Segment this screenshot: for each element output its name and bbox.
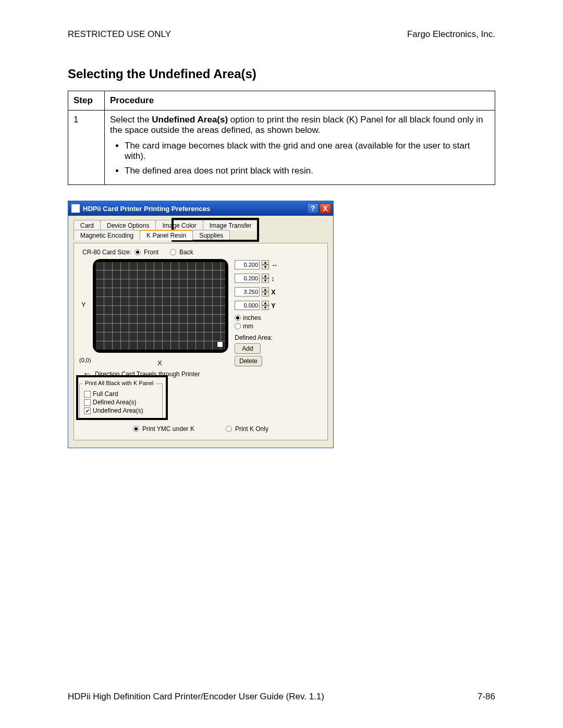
- chk-full-card[interactable]: [84, 391, 91, 398]
- x-axis-label: X: [157, 359, 162, 367]
- x-icon: X: [271, 288, 280, 296]
- label-defined-areas: Defined Area(s): [93, 399, 136, 406]
- spin-height-buttons[interactable]: ▲▼: [262, 274, 269, 283]
- bullet-2: The defined area does not print black wi…: [125, 166, 489, 176]
- tab-supplies[interactable]: Supplies: [192, 230, 230, 240]
- add-button[interactable]: Add: [235, 343, 261, 354]
- defined-area-label: Defined Area:: [235, 334, 318, 341]
- chk-defined-areas[interactable]: [84, 399, 91, 406]
- card-size-label: CR-80 Card Size:: [82, 249, 131, 256]
- spin-width[interactable]: [235, 260, 260, 269]
- spin-x-buttons[interactable]: ▲▼: [262, 287, 269, 297]
- label-back: Back: [179, 249, 193, 256]
- label-full-card: Full Card: [93, 390, 118, 398]
- radio-mm[interactable]: [235, 323, 241, 329]
- printing-preferences-dialog: HDPii Card Printer Printing Preferences …: [68, 201, 334, 448]
- label-front: Front: [144, 249, 158, 256]
- card-preview[interactable]: [93, 259, 228, 353]
- step-procedure: Select the Undefined Area(s) option to p…: [105, 110, 495, 185]
- page-title: Selecting the Undefined Area(s): [68, 67, 495, 81]
- y-icon: Y: [271, 302, 280, 310]
- tab-device-options[interactable]: Device Options: [100, 220, 156, 230]
- groupbox-legend: Print All Black with K Panel: [83, 380, 155, 386]
- procedure-table: Step Procedure 1 Select the Undefined Ar…: [68, 91, 495, 185]
- col-proc: Procedure: [105, 91, 495, 110]
- arrow-left-icon: ←: [82, 368, 92, 379]
- height-icon: ↕: [271, 275, 280, 282]
- origin-label: (0,0): [79, 357, 91, 363]
- col-step: Step: [68, 91, 105, 110]
- direction-label: Direction Card Travels through Printer: [95, 371, 200, 378]
- label-mm: mm: [243, 323, 253, 330]
- radio-back[interactable]: [170, 249, 176, 255]
- tab-panel: CR-80 Card Size: Front Back Y: [74, 243, 328, 440]
- label-undefined-areas: Undefined Area(s): [93, 407, 143, 414]
- tab-image-color[interactable]: Image Color: [155, 220, 203, 230]
- chk-undefined-areas[interactable]: ✔: [84, 408, 91, 414]
- tab-strip: Card Device Options Image Color Image Tr…: [74, 220, 328, 240]
- print-black-groupbox: Print All Black with K Panel Full Card D…: [79, 384, 163, 420]
- radio-inches[interactable]: [235, 315, 241, 321]
- footer-right: 7-86: [478, 692, 495, 702]
- spin-y-buttons[interactable]: ▲▼: [262, 301, 269, 310]
- spin-x[interactable]: [235, 287, 260, 297]
- bullet-1: The card image becomes black with the gr…: [125, 141, 489, 162]
- tab-card[interactable]: Card: [74, 220, 101, 230]
- y-axis-label: Y: [81, 301, 86, 309]
- tab-magnetic-encoding[interactable]: Magnetic Encoding: [74, 230, 140, 240]
- help-button[interactable]: ?: [307, 203, 319, 214]
- titlebar[interactable]: HDPii Card Printer Printing Preferences …: [68, 201, 333, 216]
- label-inches: inches: [243, 314, 261, 322]
- dialog-title: HDPii Card Printer Printing Preferences: [83, 205, 210, 213]
- radio-print-ymc[interactable]: [133, 426, 139, 432]
- radio-print-k-only[interactable]: [226, 426, 232, 432]
- label-print-k-only: Print K Only: [235, 425, 268, 433]
- delete-button[interactable]: Delete: [235, 356, 262, 366]
- spin-width-buttons[interactable]: ▲▼: [262, 260, 269, 269]
- footer-left: HDPii High Definition Card Printer/Encod…: [68, 692, 324, 702]
- tab-k-panel-resin[interactable]: K Panel Resin: [140, 230, 193, 240]
- step-number: 1: [68, 110, 105, 185]
- header-left: RESTRICTED USE ONLY: [68, 29, 171, 40]
- spin-y[interactable]: [235, 301, 260, 310]
- tab-image-transfer[interactable]: Image Transfer: [203, 220, 259, 230]
- defined-area-marker[interactable]: [217, 341, 223, 348]
- label-print-ymc: Print YMC under K: [142, 425, 194, 433]
- spin-height[interactable]: [235, 274, 260, 283]
- width-icon: ↔: [271, 261, 280, 269]
- printer-icon: [71, 204, 80, 213]
- close-button[interactable]: X: [320, 203, 331, 214]
- radio-front[interactable]: [134, 249, 141, 255]
- header-right: Fargo Electronics, Inc.: [407, 29, 495, 40]
